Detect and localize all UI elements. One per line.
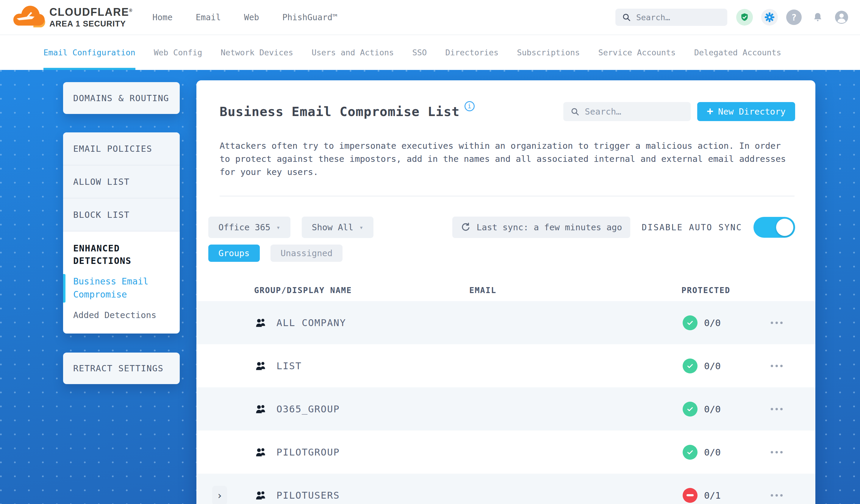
gear-icon [764,12,775,22]
table-row[interactable]: ALL COMPANY 0/0 [197,301,815,344]
global-search[interactable] [615,9,727,26]
account-button[interactable] [834,10,849,25]
logo-text: CLOUDFLARE® AREA 1 SECURITY [49,7,133,28]
row-actions-menu[interactable] [771,322,783,324]
group-name: LIST [276,360,302,372]
help-button[interactable]: ? [786,10,802,25]
group-icon [255,404,267,414]
check-icon [686,319,694,327]
unprotected-status-icon [683,488,698,503]
sidebar-item-block-list[interactable]: BLOCK LIST [63,199,180,231]
notifications-button[interactable] [810,10,826,25]
table-row[interactable]: LIST 0/0 [197,344,815,387]
directory-search[interactable] [563,102,691,121]
tab-subscriptions[interactable]: Subscriptions [517,35,580,70]
cloudflare-cloud-icon [13,3,45,31]
directory-search-input[interactable] [585,106,674,117]
filter-row: Office 365 ▾ Show All ▾ Last sync: a few… [208,217,795,238]
cloudflare-logo[interactable]: CLOUDFLARE® AREA 1 SECURITY [13,3,133,31]
content-background: DOMAINS & ROUTING EMAIL POLICIES ALLOW L… [0,70,860,504]
protected-cell: 0/0 [683,445,721,460]
nav-email[interactable]: Email [196,13,221,22]
protected-count: 0/0 [704,317,721,328]
sidebar-item-retract-settings[interactable]: RETRACT SETTINGS [63,363,163,373]
new-directory-button[interactable]: + New Directory [697,102,795,121]
sidebar-enhanced-detections-section: ENHANCED DETECTIONS Business Email Compr… [63,231,180,320]
tab-users-and-actions[interactable]: Users and Actions [312,35,394,70]
group-icon [255,361,267,371]
sidebar-item-allow-list[interactable]: ALLOW LIST [63,165,180,199]
nav-web[interactable]: Web [244,13,259,22]
settings-button[interactable] [761,9,778,26]
section-divider [220,196,794,196]
panel-header-controls: + New Directory [563,102,795,121]
info-icon[interactable]: i [464,101,475,111]
logo-area1-label: AREA 1 SECURITY [49,20,133,28]
security-status-button[interactable] [736,9,753,26]
tab-directories[interactable]: Directories [445,35,499,70]
sync-controls: Last sync: a few minutes ago DISABLE AUT… [452,217,795,238]
chevron-down-icon: ▾ [359,224,363,231]
protected-cell: 0/0 [683,402,721,417]
top-bar: CLOUDFLARE® AREA 1 SECURITY Home Email W… [0,0,860,35]
sidebar-card-domains-routing[interactable]: DOMAINS & ROUTING [63,82,180,114]
check-icon [686,448,694,456]
row-actions-menu[interactable] [771,408,783,410]
top-icon-row: ? [736,9,849,26]
group-name: PILOTUSERS [276,490,340,501]
table-row[interactable]: O365_GROUP 0/0 [197,387,815,431]
auto-sync-toggle[interactable] [754,217,795,238]
row-actions-menu[interactable] [771,451,783,453]
protected-count: 0/0 [704,447,721,458]
tab-unassigned[interactable]: Unassigned [271,245,343,262]
protected-status-icon [683,315,698,330]
nav-home[interactable]: Home [152,13,172,22]
tab-web-config[interactable]: Web Config [154,35,202,70]
show-filter-select[interactable]: Show All ▾ [302,217,373,238]
logo-cloudflare-label: CLOUDFLARE® [49,7,133,17]
group-icon [255,490,267,501]
group-name: PILOTGROUP [276,447,340,458]
column-header-protected: PROTECTED [682,286,730,295]
row-actions-menu[interactable] [771,365,783,367]
group-view-tabs: Groups Unassigned [208,245,343,262]
table-row[interactable]: › PILOTUSERS 0/1 [197,474,815,504]
toggle-knob [776,219,793,236]
protected-count: 0/0 [704,361,721,371]
tab-service-accounts[interactable]: Service Accounts [599,35,676,70]
sidebar-item-added-detections[interactable]: Added Detections [73,310,170,320]
sidebar-item-email-policies[interactable]: EMAIL POLICIES [63,132,180,165]
sidebar-item-enhanced-detections[interactable]: ENHANCED DETECTIONS [73,242,170,267]
page-title: Business Email Compromise List [220,104,460,119]
row-actions-menu[interactable] [771,494,783,496]
refresh-icon [461,222,471,232]
tab-email-configuration[interactable]: Email Configuration [43,35,135,70]
directory-source-select[interactable]: Office 365 ▾ [208,217,290,238]
check-icon [686,362,694,370]
protected-cell: 0/0 [683,359,721,373]
protected-count: 0/1 [704,490,721,501]
sidebar-item-business-email-compromise[interactable]: Business Email Compromise [73,275,170,301]
nav-phishguard[interactable]: PhishGuard™ [283,13,338,22]
row-expand-button[interactable]: › [212,486,227,504]
global-search-input[interactable] [636,13,708,22]
sidebar-item-domains-routing[interactable]: DOMAINS & ROUTING [63,93,169,103]
table-row[interactable]: PILOTGROUP 0/0 [197,431,815,474]
primary-nav: Home Email Web PhishGuard™ [152,13,338,22]
bell-icon [812,12,823,23]
group-table-body: ALL COMPANY 0/0 LIST [197,301,815,504]
sidebar-card-policies: EMAIL POLICIES ALLOW LIST BLOCK LIST ENH… [63,132,180,333]
tab-sso[interactable]: SSO [413,35,427,70]
avatar-icon [834,10,849,24]
chevron-down-icon: ▾ [276,224,280,231]
last-sync-button[interactable]: Last sync: a few minutes ago [452,217,631,238]
protected-cell: 0/0 [683,315,721,330]
tab-delegated-accounts[interactable]: Delegated Accounts [694,35,782,70]
protected-status-icon [683,359,698,373]
group-name: O365_GROUP [276,403,340,415]
tab-network-devices[interactable]: Network Devices [220,35,293,70]
group-name: ALL COMPANY [276,317,346,329]
tab-groups[interactable]: Groups [208,245,260,262]
sidebar-card-retract-settings[interactable]: RETRACT SETTINGS [63,352,180,384]
protected-cell: 0/1 [683,488,721,503]
